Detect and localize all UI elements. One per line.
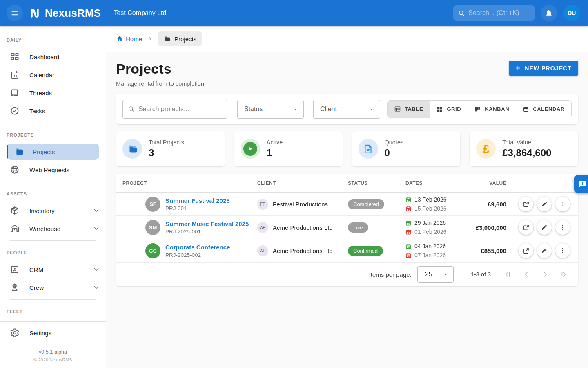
sidebar-item-web-requests[interactable]: Web Requests xyxy=(0,161,106,179)
open-project-button[interactable] xyxy=(519,243,533,258)
calendar-view-icon xyxy=(523,106,529,112)
previous-page-button[interactable] xyxy=(517,266,536,283)
bell-icon xyxy=(545,9,553,17)
edit-project-button[interactable] xyxy=(537,220,552,235)
notifications-button[interactable] xyxy=(541,5,557,21)
calendar-start-icon xyxy=(405,220,412,226)
global-search-input[interactable] xyxy=(468,9,530,17)
view-calendar-button[interactable]: CALENDAR xyxy=(516,101,571,118)
box-icon xyxy=(10,206,20,215)
folder-icon xyxy=(163,35,171,43)
stat-value: 1 xyxy=(267,147,283,159)
sidebar-item-threads[interactable]: Threads xyxy=(0,84,106,102)
items-per-page-select[interactable]: 25 xyxy=(417,266,454,283)
calendar-start-icon xyxy=(405,243,412,249)
next-page-button[interactable] xyxy=(536,266,555,283)
dropdown-arrow-icon xyxy=(293,107,298,112)
items-per-page-value: 25 xyxy=(425,271,432,278)
breadcrumb-current-label: Projects xyxy=(174,36,196,43)
column-header-value: VALUE xyxy=(466,180,506,186)
globe-icon xyxy=(10,165,20,175)
feedback-chat-icon xyxy=(578,180,587,188)
view-table-button[interactable]: TABLE xyxy=(388,101,430,118)
open-project-button[interactable] xyxy=(519,220,533,235)
edit-project-button[interactable] xyxy=(537,197,552,211)
project-value: £3,000,000 xyxy=(466,224,506,231)
table-pagination: Items per page: 25 1-3 of 3 xyxy=(116,263,578,286)
project-name-link[interactable]: Summer Festival 2025 xyxy=(165,197,230,204)
sidebar-divider xyxy=(10,182,96,182)
sidebar-item-warehouse[interactable]: Warehouse xyxy=(0,220,106,238)
status-filter-select[interactable]: Status xyxy=(237,100,304,119)
sidebar-item-settings[interactable]: Settings xyxy=(0,324,106,342)
first-page-button[interactable] xyxy=(498,266,517,283)
row-menu-button[interactable] xyxy=(555,220,570,235)
sidebar-item-tasks[interactable]: Tasks xyxy=(0,102,106,120)
stat-active: Active 1 xyxy=(234,131,343,166)
threads-icon xyxy=(10,88,20,98)
folder-icon xyxy=(127,144,138,155)
view-grid-button[interactable]: GRID xyxy=(430,101,468,118)
date-start: 04 Jan 2026 xyxy=(414,242,446,250)
sidebar-divider xyxy=(10,123,96,123)
calendar-end-icon xyxy=(405,252,412,258)
sidebar-item-crew[interactable]: Crew xyxy=(0,278,106,296)
grid-view-icon xyxy=(437,106,443,112)
column-header-client: CLIENT xyxy=(257,180,348,186)
row-menu-button[interactable] xyxy=(555,243,570,258)
new-project-button[interactable]: + NEW PROJECT xyxy=(509,61,578,76)
avatar-initials: DU xyxy=(568,10,576,16)
client-name: Festival Productions xyxy=(273,201,328,208)
last-page-icon xyxy=(560,270,568,278)
breadcrumb-home-link[interactable]: Home xyxy=(116,35,142,43)
date-end: 01 Feb 2026 xyxy=(414,228,447,236)
open-project-button[interactable] xyxy=(519,197,533,211)
sidebar-item-inventory[interactable]: Inventory xyxy=(0,202,106,220)
main-content: Home Projects Projects Manage rental fro… xyxy=(106,26,588,368)
status-badge: Confirmed xyxy=(348,246,383,256)
sidebar-item-label: Inventory xyxy=(29,207,55,214)
table-row: SF Summer Festival 2025 PRJ-001 FP Festi… xyxy=(116,193,578,216)
app-version: v0.5.1-alpha xyxy=(0,349,106,355)
top-navbar: NexusRMS Test Company Ltd DU xyxy=(0,0,588,26)
menu-toggle-button[interactable] xyxy=(7,5,23,21)
sidebar-nav: DAILY Dashboard Calendar Threads Tasks P… xyxy=(0,26,106,321)
project-search-field[interactable] xyxy=(122,100,227,119)
project-avatar: SM xyxy=(145,220,160,235)
view-kanban-label: KANBAN xyxy=(485,106,509,112)
feedback-button[interactable] xyxy=(574,175,588,193)
brand-logo[interactable]: NexusRMS xyxy=(28,6,101,20)
user-avatar[interactable]: DU xyxy=(564,5,580,21)
client-name: Acme Productions Ltd xyxy=(273,224,333,231)
filter-bar: Status Client TABLE GRID KANBAN xyxy=(116,94,578,124)
calendar-icon xyxy=(10,70,20,80)
client-filter-select[interactable]: Client xyxy=(313,100,380,119)
folder-icon xyxy=(14,147,24,157)
chevron-right-icon xyxy=(541,270,549,278)
project-name-link[interactable]: Summer Music Festival 2025 xyxy=(165,220,249,227)
view-kanban-button[interactable]: KANBAN xyxy=(468,101,516,118)
sidebar-item-projects[interactable]: Projects xyxy=(7,144,99,160)
chevron-down-icon xyxy=(93,284,100,291)
project-name-link[interactable]: Corporate Conference xyxy=(165,244,230,251)
edit-project-button[interactable] xyxy=(537,243,552,258)
client-avatar: AP xyxy=(257,222,268,233)
breadcrumb-separator-icon xyxy=(147,36,153,42)
project-avatar: CC xyxy=(145,243,160,258)
sidebar-item-calendar[interactable]: Calendar xyxy=(0,66,106,84)
sidebar-item-label: Threads xyxy=(29,90,52,96)
copyright: © 2026 NexusRMS xyxy=(0,357,106,362)
dropdown-arrow-icon xyxy=(369,107,374,112)
global-search[interactable] xyxy=(453,5,535,21)
sidebar-item-dashboard[interactable]: Dashboard xyxy=(0,48,106,66)
sidebar-item-crm[interactable]: CRM xyxy=(0,260,106,278)
last-page-button[interactable] xyxy=(555,266,573,283)
kebab-menu-icon xyxy=(559,247,566,254)
stat-total-projects: Total Projects 3 xyxy=(116,131,225,166)
project-search-input[interactable] xyxy=(138,105,222,113)
stat-label: Total Projects xyxy=(149,139,184,146)
chevron-down-icon xyxy=(93,266,100,273)
row-menu-button[interactable] xyxy=(555,197,570,211)
kebab-menu-icon xyxy=(559,224,566,231)
open-in-new-icon xyxy=(523,224,530,231)
